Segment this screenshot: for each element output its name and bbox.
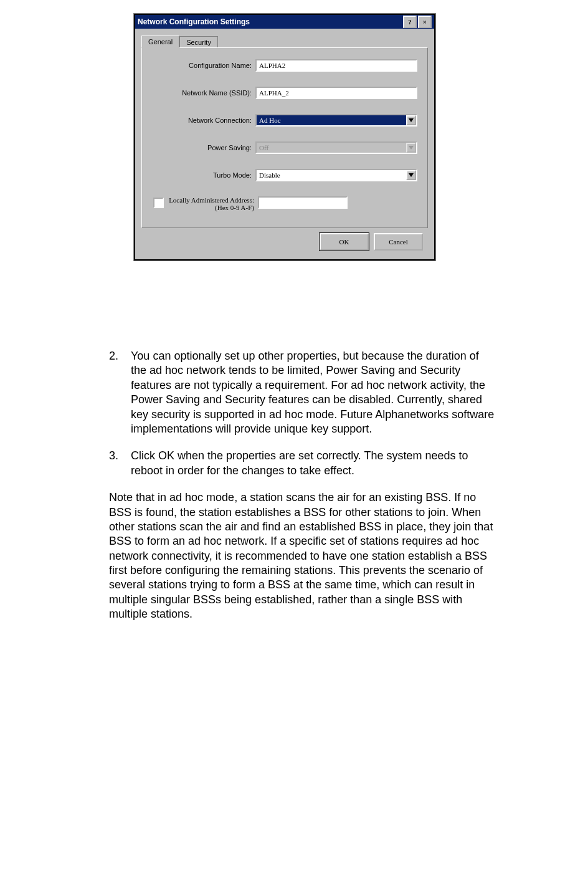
list-item-2: You can optionally set up other properti… [131, 349, 495, 436]
svg-marker-2 [409, 173, 414, 177]
document-text: 2. You can optionally set up other prope… [109, 349, 495, 634]
list-number-3: 3. [109, 449, 131, 478]
list-item-3: Click OK when the properties are set cor… [131, 449, 495, 478]
turbo-value: Disable [255, 169, 417, 181]
tab-panel-general: Configuration Name: Network Name (SSID):… [141, 47, 428, 228]
svg-marker-0 [409, 118, 414, 122]
svg-marker-1 [409, 146, 414, 150]
help-button[interactable]: ? [403, 16, 417, 28]
button-bar: OK Cancel [141, 228, 428, 253]
chevron-down-icon[interactable] [406, 170, 416, 180]
power-label: Power Saving: [152, 144, 255, 151]
dialog-title: Network Configuration Settings [138, 17, 402, 26]
cancel-button[interactable]: Cancel [374, 233, 423, 251]
turbo-label: Turbo Mode: [152, 171, 255, 179]
local-addr-label: Locally Administered Address: (Hex 0-9 A… [164, 196, 258, 211]
local-addr-checkbox[interactable] [153, 198, 164, 208]
ssid-input[interactable] [255, 87, 417, 99]
tab-security[interactable]: Security [179, 36, 218, 48]
close-button[interactable]: × [418, 16, 432, 28]
tabstrip: General Security [141, 34, 428, 47]
note-paragraph: Note that in ad hoc mode, a station scan… [109, 490, 495, 622]
chevron-down-icon [406, 143, 416, 153]
network-config-dialog: Network Configuration Settings ? × Gener… [134, 14, 435, 261]
turbo-combo[interactable]: Disable [255, 169, 417, 181]
config-name-input[interactable] [255, 59, 417, 72]
connection-combo[interactable]: Ad Hoc [255, 114, 417, 127]
titlebar[interactable]: Network Configuration Settings ? × [135, 15, 434, 29]
local-addr-input[interactable] [258, 196, 348, 209]
chevron-down-icon[interactable] [406, 115, 416, 125]
ssid-label: Network Name (SSID): [152, 89, 255, 97]
connection-value: Ad Hoc [255, 114, 417, 127]
tab-general[interactable]: General [141, 36, 179, 48]
power-combo: Off [255, 141, 417, 154]
connection-label: Network Connection: [152, 117, 255, 124]
power-value: Off [255, 141, 417, 154]
list-number-2: 2. [109, 349, 131, 436]
ok-button[interactable]: OK [320, 233, 369, 251]
config-name-label: Configuration Name: [152, 62, 255, 69]
